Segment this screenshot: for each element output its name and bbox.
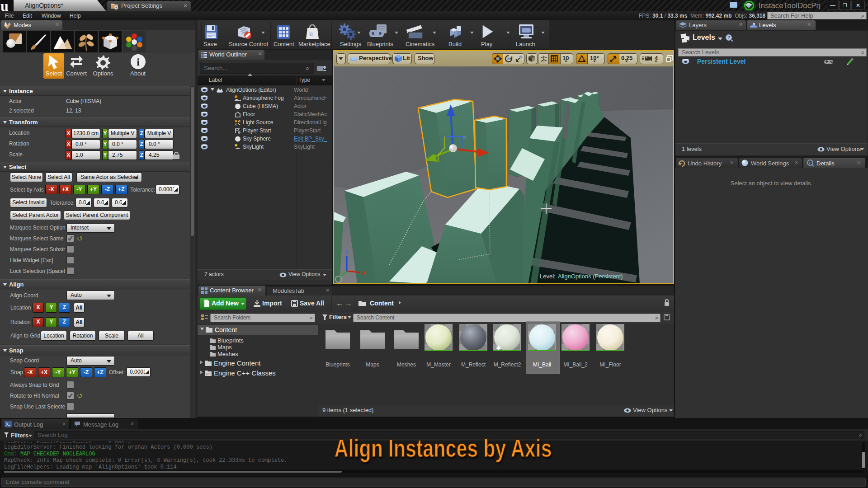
svg-text:i: i (809, 160, 811, 165)
svg-text:✱: ✱ (496, 344, 501, 352)
svg-text:?: ? (727, 35, 730, 40)
svg-text:Level:: Level: (540, 273, 556, 280)
svg-text:u: u (309, 30, 313, 38)
svg-text:N: N (463, 135, 467, 140)
svg-text:X: X (362, 270, 366, 276)
svg-text:C++: C++ (206, 372, 212, 375)
svg-text:Z: Z (345, 249, 348, 256)
svg-text:AlignOptions (Persistent): AlignOptions (Persistent) (558, 273, 623, 280)
